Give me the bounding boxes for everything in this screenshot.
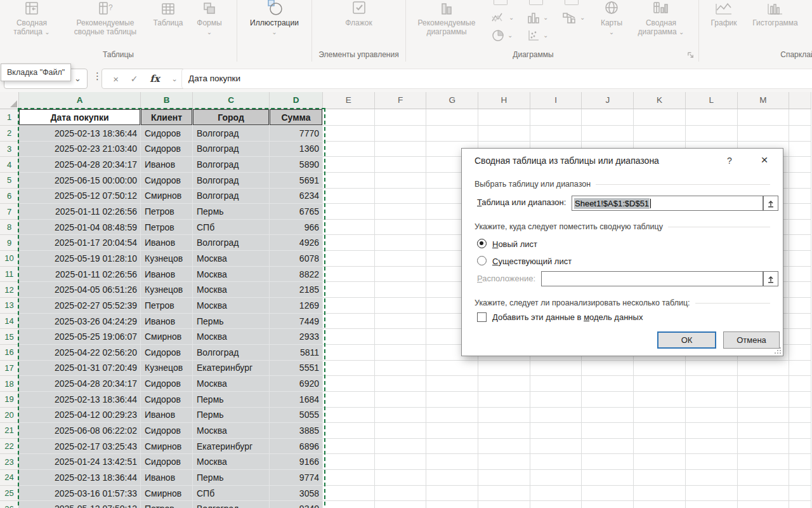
cell[interactable]: 9166 — [270, 454, 323, 470]
empty-cell[interactable] — [375, 157, 427, 173]
empty-cell[interactable] — [375, 392, 427, 408]
resize-grip[interactable] — [775, 347, 781, 354]
empty-cell[interactable] — [375, 235, 427, 251]
cell[interactable]: 2185 — [270, 282, 323, 298]
empty-cell[interactable] — [789, 329, 811, 345]
cell[interactable]: 2025-01-17 20:04:54 — [19, 235, 141, 251]
cell[interactable]: Волгоград — [193, 142, 270, 157]
empty-cell[interactable] — [478, 470, 530, 486]
empty-cell[interactable] — [323, 408, 375, 424]
cell[interactable]: 2025-04-12 00:29:23 — [19, 408, 141, 424]
empty-cell[interactable] — [323, 454, 375, 470]
empty-cell[interactable] — [582, 470, 634, 486]
empty-cell[interactable] — [789, 157, 811, 173]
row-header-8[interactable]: 8 — [0, 220, 19, 236]
empty-cell[interactable] — [634, 470, 686, 486]
empty-cell[interactable] — [582, 392, 634, 408]
cell[interactable]: Петров — [141, 501, 193, 508]
select-all-corner[interactable] — [0, 92, 19, 109]
empty-cell[interactable] — [789, 392, 811, 408]
cell[interactable]: Иванов — [141, 157, 193, 173]
cell[interactable]: 6920 — [270, 376, 323, 392]
row-header-15[interactable]: 15 — [0, 329, 19, 345]
cell[interactable]: Волгоград — [193, 157, 270, 173]
empty-cell[interactable] — [789, 282, 811, 298]
scatter-chart-button[interactable]: ⌄ — [523, 29, 558, 43]
sparkline-column-button[interactable]: Гистограмма — [743, 0, 807, 28]
empty-cell[interactable] — [789, 189, 811, 204]
empty-cell[interactable] — [323, 423, 375, 439]
line-chart-button[interactable]: ⌄ — [487, 11, 523, 24]
cell[interactable]: Иванов — [141, 408, 193, 424]
cell[interactable]: Сидоров — [141, 423, 193, 439]
empty-cell[interactable] — [686, 126, 738, 142]
empty-cell[interactable] — [686, 470, 738, 486]
empty-cell[interactable] — [478, 486, 530, 502]
empty-cell[interactable] — [375, 408, 427, 424]
cell[interactable]: Волгоград — [193, 235, 270, 251]
cell[interactable]: 2025-04-28 20:34:17 — [19, 157, 141, 173]
empty-cell[interactable] — [426, 126, 478, 142]
empty-cell[interactable] — [530, 470, 582, 486]
chevron-down-icon[interactable]: ⌄ — [74, 74, 81, 83]
empty-cell[interactable] — [686, 486, 738, 502]
empty-cell[interactable] — [375, 142, 427, 157]
add-to-data-model-label[interactable]: Добавить эти данные в модель данных — [492, 312, 643, 322]
empty-cell[interactable] — [738, 408, 790, 424]
cell[interactable]: 9774 — [270, 470, 323, 486]
empty-cell[interactable] — [738, 486, 790, 502]
empty-cell[interactable] — [375, 109, 427, 126]
empty-cell[interactable] — [686, 376, 738, 392]
illustrations-button[interactable]: Иллюстрации ⌄ — [243, 0, 306, 36]
empty-cell[interactable] — [426, 361, 478, 377]
empty-cell[interactable] — [478, 392, 530, 408]
empty-cell[interactable] — [323, 329, 375, 345]
column-header-D[interactable]: D — [270, 92, 323, 109]
empty-cell[interactable] — [323, 251, 375, 267]
cell[interactable]: 2025-02-17 03:25:43 — [19, 439, 141, 455]
empty-cell[interactable] — [634, 486, 686, 502]
cell[interactable]: Волгоград — [193, 189, 270, 204]
cell[interactable]: Москва — [193, 376, 270, 392]
empty-cell[interactable] — [375, 220, 427, 236]
empty-cell[interactable] — [738, 470, 790, 486]
cell[interactable]: Петров — [141, 204, 193, 220]
column-header-I[interactable]: I — [530, 92, 582, 109]
empty-cell[interactable] — [789, 439, 811, 455]
cell[interactable]: Москва — [193, 329, 270, 345]
row-header-18[interactable]: 18 — [0, 376, 19, 392]
empty-cell[interactable] — [634, 392, 686, 408]
empty-cell[interactable] — [375, 298, 427, 314]
empty-cell[interactable] — [582, 408, 634, 424]
empty-cell[interactable] — [530, 423, 582, 439]
row-header-19[interactable]: 19 — [0, 392, 19, 408]
cell[interactable]: Иванов — [141, 314, 193, 330]
empty-cell[interactable] — [478, 376, 530, 392]
column-chart-button[interactable]: ⌄ — [523, 11, 558, 24]
empty-cell[interactable] — [478, 361, 530, 377]
cell[interactable]: Сидоров — [141, 345, 193, 361]
empty-cell[interactable] — [686, 423, 738, 439]
cell[interactable]: 7770 — [270, 126, 323, 142]
empty-cell[interactable] — [530, 408, 582, 424]
location-range-picker-button[interactable] — [763, 271, 778, 286]
column-header-L[interactable]: L — [686, 92, 738, 109]
cell[interactable]: 2025-01-11 02:26:56 — [19, 204, 141, 220]
cell[interactable]: Сидоров — [141, 454, 193, 470]
radio-new-sheet[interactable] — [477, 239, 487, 248]
empty-cell[interactable] — [789, 220, 811, 236]
empty-cell[interactable] — [789, 454, 811, 470]
cell[interactable]: Смирнов — [141, 486, 193, 502]
empty-cell[interactable] — [789, 314, 811, 330]
cell[interactable]: Дата покупки — [19, 109, 141, 126]
empty-cell[interactable] — [375, 267, 427, 283]
location-input[interactable] — [541, 271, 763, 286]
recommended-pivots-button[interactable]: ? Рекомендуемые сводные таблицы — [63, 0, 147, 36]
empty-cell[interactable] — [323, 142, 375, 157]
empty-cell[interactable] — [323, 220, 375, 236]
row-header-26[interactable]: 26 — [0, 501, 19, 508]
empty-cell[interactable] — [582, 486, 634, 502]
cell[interactable]: 5551 — [270, 361, 323, 377]
cell[interactable]: СПб — [193, 486, 270, 502]
cell[interactable]: Екатеринбург — [193, 439, 270, 455]
